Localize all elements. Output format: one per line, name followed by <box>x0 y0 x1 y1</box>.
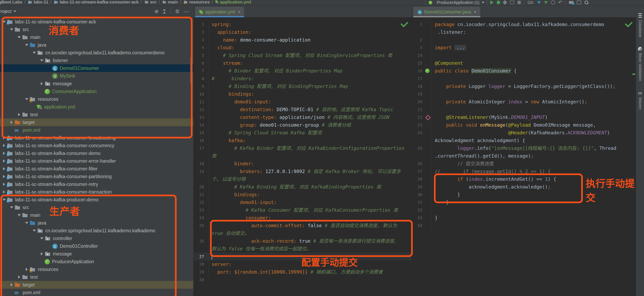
yaml-code-area[interactable]: 1spring:2 application:3 name: demo-consu… <box>194 18 412 296</box>
code-line[interactable]: 27 <box>194 253 412 260</box>
breadcrumb-item[interactable]: labx-11-sc-stream-kafka-consumer-ack <box>54 0 139 5</box>
code-line[interactable]: 2 application: <box>194 28 412 36</box>
breadcrumb-item[interactable]: src <box>144 0 156 5</box>
run-configuration-select[interactable]: ProducerApplication (1) <box>425 0 487 5</box>
tool-button-bean-validation[interactable]: Bean Validation <box>636 47 644 81</box>
tree-item-labx-11-sc-stream-kafka-consumer-concurrency[interactable]: labx-11-sc-stream-kafka-consumer-concurr… <box>0 142 193 149</box>
code-line[interactable]: .listener; <box>412 28 636 36</box>
code-line[interactable]: 19 <box>412 90 636 98</box>
code-line[interactable]: 7 # Binder 配置项, 对应 BinderProperties Map <box>194 67 412 75</box>
code-line[interactable]: true 自动提交。 <box>194 229 412 237</box>
breadcrumb-item[interactable]: main <box>162 0 178 5</box>
code-line[interactable]: 21 bindings: <box>194 191 412 198</box>
code-line[interactable]: 11 demo01-input: <box>194 98 412 106</box>
tree-item-controller[interactable]: controller <box>0 235 193 242</box>
expand-arrow-icon[interactable] <box>16 36 22 38</box>
code-line[interactable]: 15@Component <box>412 59 636 67</box>
undo-icon[interactable]: ↶ <box>558 1 562 4</box>
code-line[interactable]: 2 <box>412 36 636 44</box>
tree-item-labx-11-sc-stream-kafka-consumer-filter[interactable]: labx-11-sc-stream-kafka-consumer-filter <box>0 165 193 173</box>
code-line[interactable]: 25 auto-commit-offset: false # 是否自动提交消费进… <box>194 222 412 229</box>
code-line[interactable]: 1spring: <box>194 20 412 28</box>
screenshot-button[interactable] <box>577 0 581 4</box>
expand-arrow-icon[interactable] <box>24 98 30 100</box>
code-line[interactable]: 29 port: ${random.int[10000,19999]} # 随机… <box>194 268 412 276</box>
code-line[interactable]: 28 if (index.incrementAndGet() == 1) { <box>412 175 636 183</box>
spring-bean-gutter-icon[interactable] <box>424 67 431 75</box>
code-line[interactable]: 3import ... <box>412 44 636 51</box>
java-code-area[interactable]: 1package cn.iocoder.springcloud.labx11.k… <box>412 18 636 296</box>
breadcrumb-item[interactable]: gBoot Labs <box>0 0 22 4</box>
code-line[interactable]: 20 # Kafka Binding 配置项, 对应 KafkaBindingP… <box>194 183 412 191</box>
tree-item-target[interactable]: target <box>0 281 193 289</box>
expand-arrow-icon[interactable] <box>16 214 22 216</box>
breadcrumb-item[interactable]: labx-11 <box>28 0 48 5</box>
code-line[interactable]: 18 binder: <box>194 160 412 167</box>
code-line[interactable]: 个, 以逗号分隔 <box>194 175 412 183</box>
expand-arrow-icon[interactable] <box>9 206 14 208</box>
code-line[interactable]: 6 stream: <box>194 59 412 67</box>
code-line[interactable]: 3 name: demo-consumer-application <box>194 36 412 44</box>
tool-button-database[interactable]: Database <box>636 12 644 37</box>
breadcrumb-item[interactable]: resources <box>183 0 210 5</box>
stream-listener-gutter-icon[interactable] <box>424 113 431 121</box>
error-stripe-mark[interactable] <box>632 73 635 75</box>
expand-arrow-icon[interactable] <box>16 113 22 116</box>
expand-arrow-icon[interactable] <box>1 152 7 155</box>
code-line[interactable]: 5 # Spring Cloud Stream 配置项, 对应 BindingS… <box>194 51 412 59</box>
tree-item-message[interactable]: message <box>0 250 193 258</box>
code-line[interactable]: Acknowledgment acknowledgment) { <box>412 137 636 144</box>
expand-arrow-icon[interactable] <box>1 21 7 23</box>
code-line[interactable]: 4 cloud: <box>194 44 412 51</box>
expand-arrow-icon[interactable] <box>1 167 7 170</box>
code-line[interactable]: 19 brokers: 127.0.0.1:9092 # 指定 Kafka Br… <box>194 167 412 175</box>
tab-application-yml[interactable]: application.yml × <box>195 7 244 17</box>
code-line[interactable]: 18 private Logger logger = LoggerFactory… <box>412 82 636 90</box>
expand-arrow-icon[interactable] <box>1 199 7 201</box>
breadcrumb-item[interactable]: application.yml <box>215 0 251 4</box>
tree-item-target[interactable]: target <box>0 119 193 126</box>
code-line[interactable]: 34 <box>412 222 636 229</box>
code-line[interactable]: 10 bindings: <box>194 90 412 98</box>
tool-button-maven[interactable]: m Maven <box>636 90 644 110</box>
code-line[interactable]: 默认为 false 在每一批消费完成后一起提交。 <box>194 245 412 253</box>
project-panel-title[interactable]: Project <box>0 9 16 14</box>
tree-item-java[interactable]: java <box>0 219 193 227</box>
code-line[interactable]: 12 destination: DEMO-TOPIC-01 # 目的地。这里使用… <box>194 106 412 113</box>
run-button[interactable] <box>490 0 494 4</box>
code-line[interactable]: 33} <box>412 214 636 222</box>
code-line[interactable]: 21 <box>412 106 636 113</box>
expand-arrow-icon[interactable] <box>39 237 45 239</box>
tab-demo01consumer-java[interactable]: Demo01Consumer.java × <box>413 7 480 17</box>
tree-item-main[interactable]: main <box>0 211 193 219</box>
tree-item-cn-iocoder-springcloud-labx11-kafkademo-consumerdemo[interactable]: cn.iocoder.springcloud.labx11.kafkademo.… <box>0 49 193 57</box>
profiler-button[interactable] <box>510 0 514 4</box>
code-line[interactable]: 9 # Binding 配置项, 对应 BindingProperties Ma… <box>194 82 412 90</box>
expand-arrow-icon[interactable] <box>16 276 22 279</box>
expand-arrow-icon[interactable] <box>1 175 7 178</box>
expand-arrow-icon[interactable] <box>24 44 30 46</box>
tree-item-labx-11-sc-stream-kafka-consumer-transaction[interactable]: labx-11-sc-stream-kafka-consumer-transac… <box>0 188 193 196</box>
code-line[interactable]: 30 <box>194 276 412 284</box>
tree-item-labx-11-sc-stream-kafka-consumer-demo[interactable]: labx-11-sc-stream-kafka-consumer-demo <box>0 149 193 157</box>
tree-item-labx-11-sc-stream-kafka-producer-demo[interactable]: labx-11-sc-stream-kafka-producer-demo <box>0 196 193 204</box>
code-line[interactable]: 13 content-type: application/json # 内容格式… <box>194 113 412 121</box>
expand-arrow-icon[interactable] <box>1 144 7 147</box>
git-update-button[interactable] <box>537 1 541 4</box>
tree-item-consumerapplication[interactable]: ConsumerApplication <box>0 88 193 95</box>
code-line[interactable]: 28server: <box>194 260 412 268</box>
tree-item-java[interactable]: java <box>0 41 193 49</box>
expand-arrow-icon[interactable] <box>39 82 45 85</box>
hide-panel-button[interactable]: — <box>184 8 189 14</box>
code-line[interactable]: 14 group: demo01-consumer-group # 消费者分组 <box>194 121 412 129</box>
close-icon[interactable]: × <box>474 9 476 15</box>
code-line[interactable]: 15 # Spring Cloud Stream Kafka 配置项 <box>194 129 412 137</box>
git-commit-button[interactable] <box>544 1 548 4</box>
code-line[interactable]: 24 @Header(KafkaHeaders.ACKNOWLEDGMENT) <box>412 129 636 137</box>
expand-arrow-icon[interactable] <box>32 52 37 54</box>
tree-item-message[interactable]: message <box>0 80 193 88</box>
tree-item-demo01consumer[interactable]: Demo01Consumer <box>0 64 193 72</box>
debug-button[interactable] <box>497 0 500 4</box>
expand-arrow-icon[interactable] <box>24 222 30 224</box>
stop-button[interactable] <box>518 1 521 4</box>
